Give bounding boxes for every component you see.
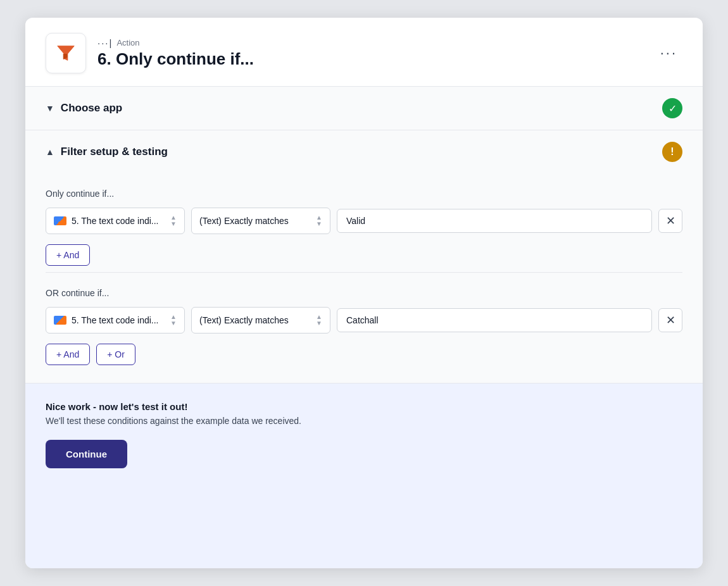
condition2-and-button[interactable]: + And xyxy=(46,344,90,365)
condition1-field-text: 5. The text code indi... xyxy=(72,216,165,226)
page-title: 6. Only continue if... xyxy=(97,49,254,69)
app-icon-box xyxy=(46,33,86,73)
filter-setup-section: ▲ Filter setup & testing ! Only continue… xyxy=(25,130,703,383)
field-icon-1 xyxy=(54,216,66,225)
condition2-field-select[interactable]: 5. The text code indi... ▲▼ xyxy=(46,307,185,334)
condition1-value-input[interactable] xyxy=(337,209,652,233)
test-section: Nice work - now let's test it out! We'll… xyxy=(25,383,703,568)
condition1-remove-button[interactable]: ✕ xyxy=(658,209,682,233)
choose-app-status-badge: ✓ xyxy=(662,98,682,118)
condition1-add-row: + And xyxy=(46,244,682,266)
header-action-label: ···| Action xyxy=(97,37,254,48)
funnel-icon xyxy=(55,42,77,64)
condition2-operator-select[interactable]: (Text) Exactly matches ▲▼ xyxy=(191,307,330,334)
more-options-button[interactable]: ··· xyxy=(655,42,682,64)
filter-setup-title: Filter setup & testing xyxy=(61,146,168,158)
header-left: ···| Action 6. Only continue if... xyxy=(46,33,254,73)
choose-app-title: Choose app xyxy=(61,102,122,115)
panel-body: ▼ Choose app ✓ ▲ Filter setup & testing … xyxy=(25,87,703,568)
continue-button[interactable]: Continue xyxy=(46,440,127,468)
condition1-label: Only continue if... xyxy=(46,189,682,199)
condition2-remove-button[interactable]: ✕ xyxy=(658,308,682,332)
condition2-value-input[interactable] xyxy=(337,308,652,332)
field-arrows-2: ▲▼ xyxy=(170,314,177,327)
filter-setup-body: Only continue if... 5. The text code ind… xyxy=(25,173,703,383)
condition2-operator-text: (Text) Exactly matches xyxy=(199,315,311,325)
condition1-field-select[interactable]: 5. The text code indi... ▲▼ xyxy=(46,208,185,234)
choose-app-section: ▼ Choose app ✓ xyxy=(25,87,703,130)
test-title: Nice work - now let's test it out! xyxy=(46,401,682,412)
filter-setup-chevron: ▲ xyxy=(46,147,54,157)
operator-arrows-1: ▲▼ xyxy=(316,215,322,227)
condition1-operator-select[interactable]: (Text) Exactly matches ▲▼ xyxy=(191,208,330,234)
panel-header: ···| Action 6. Only continue if... ··· xyxy=(25,18,703,87)
condition2-add-row: + And + Or xyxy=(46,344,682,365)
filter-setup-status-badge: ! xyxy=(662,142,682,162)
checkmark-icon: ✓ xyxy=(668,103,677,115)
filter-setup-section-header[interactable]: ▲ Filter setup & testing ! xyxy=(25,130,703,173)
field-arrows-1: ▲▼ xyxy=(170,215,177,227)
condition2-field-text: 5. The text code indi... xyxy=(72,315,165,325)
filter-setup-header-left: ▲ Filter setup & testing xyxy=(46,146,168,158)
field-icon-2 xyxy=(54,316,66,325)
condition2-row: 5. The text code indi... ▲▼ (Text) Exact… xyxy=(46,307,682,334)
condition1-and-button[interactable]: + And xyxy=(46,244,90,266)
operator-arrows-2: ▲▼ xyxy=(316,314,322,327)
choose-app-header-left: ▼ Choose app xyxy=(46,102,122,115)
main-panel: ···| Action 6. Only continue if... ··· ▼… xyxy=(25,18,703,568)
or-button[interactable]: + Or xyxy=(96,344,135,365)
choose-app-chevron: ▼ xyxy=(46,103,54,113)
test-description: We'll test these conditions against the … xyxy=(46,416,682,426)
warning-icon: ! xyxy=(670,146,674,158)
condition1-operator-text: (Text) Exactly matches xyxy=(199,216,311,226)
step-dots: ···| xyxy=(97,37,113,48)
condition1-row: 5. The text code indi... ▲▼ (Text) Exact… xyxy=(46,208,682,234)
choose-app-section-header[interactable]: ▼ Choose app ✓ xyxy=(25,87,703,130)
or-section: OR continue if... 5. The text code indi.… xyxy=(46,272,682,365)
header-title-area: ···| Action 6. Only continue if... xyxy=(97,37,254,69)
condition2-label: OR continue if... xyxy=(46,288,682,298)
action-type-label: Action xyxy=(116,38,139,47)
